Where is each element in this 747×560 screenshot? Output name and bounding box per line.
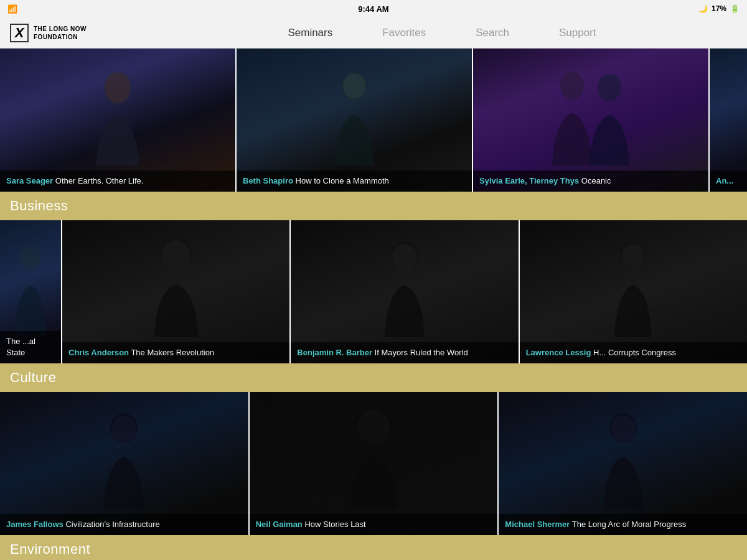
culture-row: James Fallows Civilization's Infrastruct… — [0, 392, 747, 535]
svg-point-14 — [111, 416, 136, 443]
title-chris: The Makers Revolution — [131, 348, 214, 357]
svg-point-6 — [20, 245, 41, 270]
title-neil: How Stories Last — [304, 520, 365, 529]
speaker-lawrence: Lawrence Lessig — [526, 348, 591, 357]
card-caption-sylvia: Sylvia Earle, Tierney Thys Oceanic — [473, 170, 708, 192]
section-environment-label: Environment — [0, 535, 747, 560]
svg-point-8 — [162, 240, 190, 273]
speaker-benjamin: Benjamin R. Barber — [297, 348, 372, 357]
tab-search[interactable]: Search — [476, 24, 509, 42]
speaker-partial: An... — [716, 176, 733, 185]
logo-area: X THE LONG NOWFOUNDATION — [10, 24, 147, 42]
speaker-neil: Neil Gaiman — [256, 520, 303, 529]
wifi-icon: 📶 — [7, 4, 17, 14]
title-sylvia: Oceanic — [581, 176, 611, 185]
card-beth-shapiro[interactable]: Beth Shapiro How to Clone a Mammoth — [237, 49, 473, 192]
tab-favorites[interactable]: Favorites — [382, 24, 426, 42]
card-neil-gaiman[interactable]: Neil Gaiman How Stories Last — [250, 392, 499, 535]
section-business-label: Business — [0, 192, 747, 220]
tab-support[interactable]: Support — [559, 24, 596, 42]
status-left: 📶 — [7, 4, 17, 14]
battery-text: 17% — [712, 4, 726, 13]
card-caption-partial: An... — [710, 170, 747, 192]
card-caption-michael: Michael Shermer The Long Arc of Moral Pr… — [499, 514, 747, 535]
business-row: The ...al State Chris Anderson The Maker… — [0, 220, 747, 363]
content-area: Sara Seager Other Earths. Other Life. Be… — [0, 49, 747, 560]
title-lucato: The ...al State — [6, 337, 35, 357]
title-sara: Other Earths. Other Life. — [55, 176, 144, 185]
svg-point-12 — [622, 244, 644, 269]
speaker-sara: Sara Seager — [6, 176, 53, 185]
svg-point-16 — [357, 409, 390, 444]
speaker-michael: Michael Shermer — [505, 520, 570, 529]
header: X THE LONG NOWFOUNDATION Seminars Favori… — [0, 17, 747, 49]
status-right: 🌙 17% 🔋 — [698, 4, 740, 13]
svg-point-4 — [560, 72, 584, 100]
card-benjamin[interactable]: Benjamin R. Barber If Mayors Ruled the W… — [291, 220, 519, 363]
logo-x-icon: X — [10, 24, 29, 42]
speaker-beth: Beth Shapiro — [243, 176, 293, 185]
card-caption-lucato: The ...al State — [0, 331, 61, 363]
featured-row: Sara Seager Other Earths. Other Life. Be… — [0, 49, 747, 192]
speaker-chris: Chris Anderson — [68, 348, 129, 357]
card-sylvia-earle[interactable]: Sylvia Earle, Tierney Thys Oceanic — [473, 49, 710, 192]
svg-point-18 — [611, 416, 636, 443]
title-james: Civilization's Infrastructure — [65, 520, 159, 529]
logo-text: THE LONG NOWFOUNDATION — [34, 25, 87, 41]
card-caption-benjamin: Benjamin R. Barber If Mayors Ruled the W… — [291, 342, 518, 363]
card-lucato[interactable]: The ...al State — [0, 220, 62, 363]
card-james-fallows[interactable]: James Fallows Civilization's Infrastruct… — [0, 392, 250, 535]
card-caption-chris: Chris Anderson The Makers Revolution — [62, 342, 289, 363]
moon-icon: 🌙 — [698, 4, 708, 13]
svg-point-1 — [105, 73, 130, 103]
card-caption-lawrence: Lawrence Lessig H... Corrupts Congress — [520, 342, 747, 363]
svg-point-10 — [392, 244, 417, 271]
card-caption-beth: Beth Shapiro How to Clone a Mammoth — [237, 170, 472, 192]
section-culture-label: Culture — [0, 363, 747, 392]
speaker-sylvia: Sylvia Earle, Tierney Thys — [479, 176, 579, 185]
status-bar: 📶 9:44 AM 🌙 17% 🔋 — [0, 0, 747, 17]
card-lawrence[interactable]: Lawrence Lessig H... Corrupts Congress — [520, 220, 747, 363]
title-lawrence: H... Corrupts Congress — [593, 348, 676, 357]
card-chris-anderson[interactable]: Chris Anderson The Makers Revolution — [62, 220, 291, 363]
status-time: 9:44 AM — [358, 4, 388, 14]
card-caption-neil: Neil Gaiman How Stories Last — [250, 514, 498, 535]
card-sara-seager[interactable]: Sara Seager Other Earths. Other Life. — [0, 49, 237, 192]
title-michael: The Long Arc of Moral Progress — [572, 520, 687, 529]
card-partial-top[interactable]: An... — [710, 49, 747, 192]
svg-point-3 — [343, 73, 365, 98]
speaker-james: James Fallows — [6, 520, 63, 529]
title-beth: How to Clone a Mammoth — [296, 176, 389, 185]
battery-icon: 🔋 — [730, 4, 740, 13]
nav-tabs: Seminars Favorites Search Support — [147, 24, 737, 42]
card-michael-shermer[interactable]: Michael Shermer The Long Arc of Moral Pr… — [499, 392, 747, 535]
title-benjamin: If Mayors Ruled the World — [375, 348, 468, 357]
card-caption-james: James Fallows Civilization's Infrastruct… — [0, 514, 248, 535]
svg-point-5 — [598, 74, 621, 101]
tab-seminars[interactable]: Seminars — [288, 24, 332, 42]
card-caption-sara: Sara Seager Other Earths. Other Life. — [0, 170, 235, 192]
